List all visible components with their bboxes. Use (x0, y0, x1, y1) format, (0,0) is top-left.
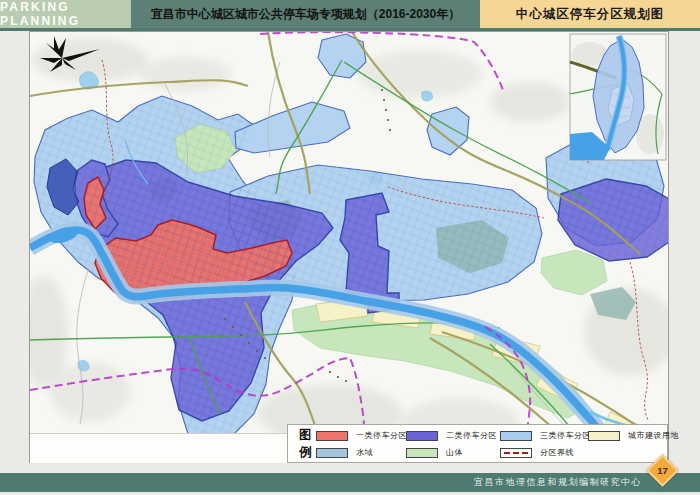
map-canvas: 图 例 一类停车分区 二类停车分区 三类停车分区 城市建设用地 水域 (29, 31, 669, 463)
legend-title: 图 例 (299, 427, 315, 461)
page-number: 17 (653, 461, 672, 480)
class2-swatch (406, 431, 438, 441)
inset-map (570, 34, 666, 160)
header-left-title: PARKING PLANNING (0, 0, 131, 28)
boundary-line-swatch (500, 448, 532, 458)
construction-land-swatch (588, 431, 620, 441)
legend-item-class2: 二类停车分区 (406, 429, 497, 442)
legend-item-construction: 城市建设用地 (588, 429, 679, 442)
mountain-swatch (406, 448, 438, 458)
header: PARKING PLANNING 宜昌市中心城区城市公共停车场专项规划（2016… (0, 0, 700, 28)
footer-bar: 宜昌市地理信息和规划编制研究中心 (0, 473, 700, 492)
header-center-title: 宜昌市中心城区城市公共停车场专项规划（2016-2030年） (131, 0, 480, 28)
legend-item-water: 水域 (316, 446, 373, 459)
legend-item-mountain: 山体 (406, 446, 463, 459)
planning-map-sheet: PARKING PLANNING 宜昌市中心城区城市公共停车场专项规划（2016… (0, 0, 700, 495)
class1-swatch (316, 431, 348, 441)
legend-item-class3: 三类停车分区 (500, 429, 591, 442)
water-swatch (316, 448, 348, 458)
class3-swatch (500, 431, 532, 441)
header-right-title: 中心城区停车分区规划图 (480, 0, 700, 28)
map-art (30, 32, 668, 462)
legend-item-class1: 一类停车分区 (316, 429, 407, 442)
legend-box: 图 例 一类停车分区 二类停车分区 三类停车分区 城市建设用地 水域 (287, 424, 668, 463)
map-bottom-strip (30, 433, 288, 463)
footer-credit: 宜昌市地理信息和规划编制研究中心 (474, 473, 642, 492)
legend-item-boundary: 分区界线 (500, 446, 574, 459)
